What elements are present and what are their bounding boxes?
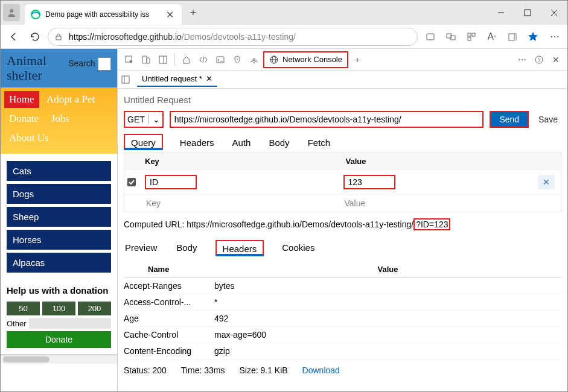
query-row: ID 123 ✕: [124, 169, 561, 194]
svg-rect-27: [122, 76, 129, 83]
network-console-label: Network Console: [282, 55, 342, 64]
cat-cats[interactable]: Cats: [7, 161, 111, 181]
tab-preview[interactable]: Preview: [124, 240, 158, 256]
network-console-tab[interactable]: Network Console: [263, 51, 348, 68]
welcome-icon[interactable]: [179, 52, 194, 68]
request-tab[interactable]: Untitled request * ✕: [137, 72, 217, 87]
tab-auth[interactable]: Auth: [231, 135, 252, 150]
maximize-button[interactable]: [514, 1, 541, 25]
tab-title: Demo page with accessibility iss: [45, 10, 166, 19]
address-toolbar: https://microsoftedge.github.io/Demos/de…: [1, 25, 567, 49]
tab-cookies[interactable]: Cookies: [281, 240, 316, 256]
profile-icon[interactable]: [3, 4, 20, 21]
status-bar: Status: 200 Time: 33ms Size: 9.1 KiB Dow…: [124, 359, 561, 378]
query-grid: Key Value ID 123 ✕ Key: [124, 153, 561, 212]
query-value[interactable]: 123: [343, 175, 395, 189]
tab-headers[interactable]: Headers: [179, 135, 215, 150]
tab-body[interactable]: Body: [267, 135, 290, 150]
query-checkbox[interactable]: [127, 177, 141, 187]
qr-icon[interactable]: [462, 28, 480, 46]
collections-icon[interactable]: [503, 28, 522, 46]
search-label: Search: [68, 58, 95, 68]
header-row: Cache-Controlmax-age=600: [124, 327, 561, 343]
screens-icon[interactable]: [442, 28, 460, 46]
toggle-pane-icon[interactable]: [121, 75, 137, 84]
save-button[interactable]: Save: [535, 112, 561, 127]
console-icon[interactable]: [212, 52, 228, 68]
cat-sheep[interactable]: Sheep: [7, 207, 111, 227]
cat-horses[interactable]: Horses: [7, 230, 111, 250]
status-code: Status: 200: [124, 365, 167, 375]
other-input[interactable]: [29, 318, 111, 329]
nav-home[interactable]: Home: [4, 91, 39, 108]
url-input[interactable]: [170, 111, 484, 128]
cat-alpacas[interactable]: Alpacas: [7, 253, 111, 273]
svg-rect-16: [147, 58, 150, 63]
tab-resp-body[interactable]: Body: [175, 240, 198, 256]
status-size: Size: 9.1 KiB: [239, 365, 287, 375]
more-tabs-icon[interactable]: +: [349, 52, 365, 68]
site-title: Animal shelter: [7, 54, 68, 83]
cat-dogs[interactable]: Dogs: [7, 184, 111, 204]
tab-resp-headers[interactable]: Headers: [215, 240, 264, 256]
amount-200[interactable]: 200: [78, 302, 111, 315]
nav-about[interactable]: About Us: [4, 130, 54, 147]
browser-tab[interactable]: Demo page with accessibility iss ✕: [25, 4, 182, 25]
minimize-button[interactable]: [488, 1, 514, 25]
inspect-icon[interactable]: [121, 52, 137, 68]
key-header: Key: [139, 153, 340, 169]
globe-icon: [269, 55, 279, 65]
amount-50[interactable]: 50: [7, 302, 40, 315]
back-button[interactable]: [4, 28, 22, 46]
address-bar[interactable]: https://microsoftedge.github.io/Demos/de…: [48, 28, 418, 46]
svg-rect-11: [472, 33, 475, 36]
svg-point-21: [254, 62, 255, 63]
request-tab-label: Untitled request *: [142, 74, 202, 83]
close-window-button[interactable]: [541, 1, 567, 25]
svg-rect-7: [427, 34, 434, 40]
nav-jobs[interactable]: Jobs: [46, 110, 74, 127]
search-input[interactable]: [98, 57, 111, 71]
key-placeholder[interactable]: Key: [141, 198, 340, 208]
download-link[interactable]: Download: [302, 365, 340, 375]
close-request-icon[interactable]: ✕: [206, 74, 212, 83]
favorite-icon[interactable]: [524, 28, 542, 46]
svg-text:?: ?: [537, 57, 540, 63]
svg-rect-13: [509, 34, 514, 40]
method-select[interactable]: GET ⌄: [124, 111, 164, 128]
device-icon[interactable]: [138, 52, 154, 68]
value-placeholder[interactable]: Value: [340, 198, 538, 208]
sources-icon[interactable]: [229, 52, 245, 68]
elements-icon[interactable]: [196, 52, 211, 68]
close-tab-icon[interactable]: ✕: [166, 9, 176, 21]
network-icon[interactable]: [246, 52, 262, 68]
reader-icon[interactable]: A»: [483, 28, 501, 46]
amount-100[interactable]: 100: [42, 302, 75, 315]
computed-querystring: ?ID=123: [413, 218, 450, 230]
svg-rect-17: [159, 56, 167, 63]
app-icon[interactable]: [421, 28, 439, 46]
donate-button[interactable]: Donate: [7, 331, 111, 348]
nav-adopt[interactable]: Adopt a Pet: [42, 91, 100, 108]
query-key[interactable]: ID: [145, 175, 197, 189]
send-button[interactable]: Send: [490, 111, 529, 128]
devtools-toolbar: Network Console + ⋯ ? ✕: [118, 49, 567, 71]
dock-icon[interactable]: [155, 52, 171, 68]
help-icon[interactable]: ?: [531, 52, 547, 68]
close-devtools-icon[interactable]: ✕: [548, 52, 564, 68]
tab-query[interactable]: Query: [124, 134, 163, 150]
tab-fetch[interactable]: Fetch: [307, 135, 332, 150]
more-icon[interactable]: ⋯: [514, 52, 530, 68]
new-tab-button[interactable]: +: [184, 7, 202, 19]
edge-icon: [31, 10, 40, 19]
menu-button[interactable]: ⋯: [546, 28, 564, 46]
refresh-button[interactable]: [26, 28, 44, 46]
value-header-2: Value: [214, 265, 561, 274]
svg-rect-12: [468, 37, 471, 40]
url-path: /Demos/devtools-a11y-testing/: [182, 32, 296, 42]
nav-donate[interactable]: Donate: [4, 110, 43, 127]
delete-row-button[interactable]: ✕: [538, 175, 555, 189]
query-row-empty: Key Value: [124, 194, 561, 212]
horizontal-scrollbar[interactable]: [1, 354, 117, 364]
svg-rect-3: [525, 10, 531, 16]
